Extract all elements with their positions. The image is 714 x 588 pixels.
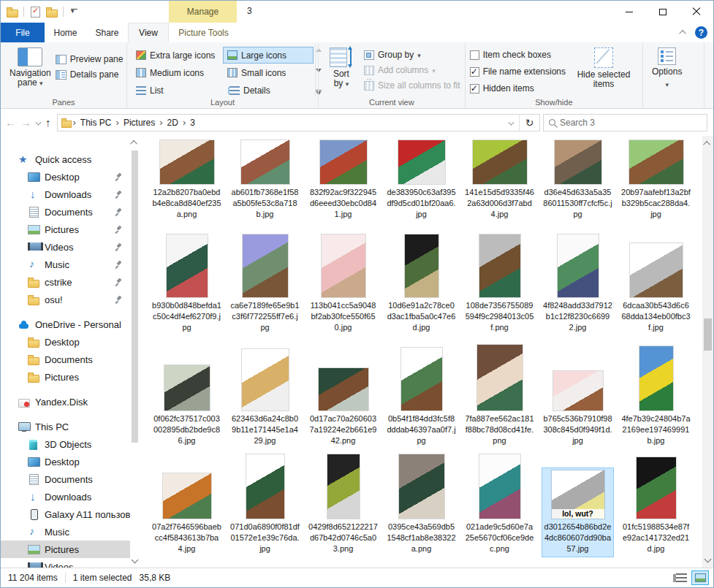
sidebar-item-pictures[interactable]: Pictures	[1, 368, 130, 386]
sidebar-item-documents[interactable]: Documents	[1, 470, 130, 488]
unchecked-checkbox-icon[interactable]	[470, 50, 479, 60]
help-button[interactable]: ?	[695, 26, 707, 39]
folder-icon[interactable]	[46, 6, 58, 18]
sidebar-item-downloads[interactable]: Downloads	[1, 488, 130, 505]
sidebar-item-documents[interactable]: Documents	[1, 203, 130, 221]
layout-option-details[interactable]: Details	[223, 82, 314, 99]
folder-icon[interactable]	[7, 6, 18, 18]
sidebar-item-desktop[interactable]: Desktop	[1, 168, 130, 186]
tab-view[interactable]: View	[128, 23, 169, 42]
sidebar-item-videos[interactable]: Videos	[1, 238, 130, 256]
sidebar-item-3d-objects[interactable]: 3D Objects	[1, 435, 130, 453]
recent-locations-icon[interactable]	[36, 120, 42, 126]
sidebar-item-onedrive-personal[interactable]: OneDrive - Personal	[1, 316, 130, 333]
scroll-down-icon[interactable]	[705, 554, 710, 564]
forward-button[interactable]: →	[20, 117, 31, 128]
file-item[interactable]: 4fe7b39c24804b7a2169ee197469991b.jpg	[620, 344, 691, 448]
sidebar-item-documents[interactable]: Documents	[1, 351, 130, 368]
properties-icon[interactable]	[29, 6, 41, 18]
refresh-button[interactable]: ↻	[519, 115, 539, 131]
contextual-tab-header[interactable]: Manage	[169, 1, 237, 23]
sidebar-scrollbar-thumb[interactable]	[132, 150, 138, 443]
layout-option-medium-icons[interactable]: Medium icons	[132, 64, 222, 81]
file-item[interactable]: 12a2b8207ba0ebdb4e8ca8d840ef235a.png	[151, 138, 222, 222]
breadcrumb-item-this-pc[interactable]: This PC	[76, 115, 116, 131]
back-button[interactable]: ←	[5, 117, 16, 128]
file-item[interactable]: 0d17ac70a2606037a19224e2b661e942.png	[308, 366, 379, 448]
file-item[interactable]: 10d6e91a2c78ce0d3ac1fba5a0c47e6d.jpg	[386, 232, 457, 335]
close-button[interactable]	[680, 1, 713, 23]
file-item[interactable]: 113b041cc5a9048bf2ab30fce550f650.jpg	[308, 232, 379, 335]
sidebar-scrollbar[interactable]	[130, 136, 140, 568]
file-item[interactable]: b765c536b7910f98308c845d0f949f1d.jpg	[542, 369, 613, 448]
file-item[interactable]: 0f062fc37517c003002895db2bde9c86.jpg	[151, 363, 222, 448]
sidebar-item-pictures[interactable]: Pictures	[1, 541, 130, 558]
file-item[interactable]: 01fc51988534e87fe92ac141732ed21d.jpg	[620, 455, 691, 557]
file-item[interactable]: b930b0d848befda1c50c4df4ef6270f9.jpg	[151, 232, 222, 335]
file-item[interactable]: 0395ce43a569db51548cf1ab8e38322a.png	[386, 452, 457, 557]
sidebar-item-yandex-disk[interactable]: Yandex.Disk	[1, 393, 130, 411]
file-item[interactable]: 20b97aafebf13a2bfb329b5cac288da4.jpg	[620, 138, 691, 222]
checkbox-item-check-boxes[interactable]: Item check boxes	[470, 50, 566, 60]
tab-home[interactable]: Home	[45, 23, 86, 42]
up-button[interactable]: ↑	[45, 117, 51, 128]
preview-pane-button[interactable]: Preview pane	[56, 54, 124, 64]
search-box[interactable]	[543, 114, 707, 131]
file-item[interactable]: 0429f8d652122217d67b42d0746c5a03.png	[308, 452, 379, 557]
file-item[interactable]: de383950c63af395df9d5cd01bf20aa6.jpg	[386, 138, 457, 222]
sidebar-item-quick-access[interactable]: Quick access	[1, 150, 130, 168]
checked-checkbox-icon[interactable]	[470, 84, 479, 93]
sidebar-item-videos[interactable]: Videos	[1, 558, 130, 568]
file-item[interactable]: 021ade9c5d60e7a25e5670cf06ce9dec.png	[464, 452, 535, 557]
maximize-button[interactable]	[646, 1, 680, 23]
tab-picture-tools[interactable]: Picture Tools	[169, 23, 238, 42]
layout-option-list[interactable]: List	[132, 82, 222, 99]
layout-option-small-icons[interactable]: Small icons	[223, 64, 314, 81]
sidebar-item-cstrike[interactable]: cstrike	[1, 273, 130, 291]
tab-file[interactable]: File	[1, 23, 45, 42]
sidebar-item-pictures[interactable]: Pictures	[1, 221, 130, 238]
navigation-pane-button[interactable]: Navigation pane	[5, 45, 56, 96]
file-item[interactable]: ab601fb7368e1f58a5b05fe53c8a718b.jpg	[229, 138, 300, 222]
search-input[interactable]	[560, 118, 702, 128]
sidebar-item-music[interactable]: Music	[1, 256, 130, 273]
scroll-up-icon[interactable]	[132, 137, 137, 148]
file-item[interactable]: 071d0a6890f0f81df01572e1e39c76da.jpg	[229, 452, 300, 557]
breadcrumb-item-2d[interactable]: 2D	[163, 115, 183, 131]
breadcrumb-bar[interactable]: ›This PC›Pictures›2D›3 ↻	[57, 114, 541, 131]
details-pane-button[interactable]: Details pane	[56, 69, 124, 80]
options-button[interactable]: Options	[647, 45, 686, 96]
scroll-up-icon[interactable]	[705, 138, 710, 148]
collapse-ribbon-icon[interactable]	[679, 30, 686, 37]
tab-share[interactable]: Share	[86, 23, 128, 42]
group-by-button[interactable]: Group by	[364, 50, 460, 60]
qat-dropdown-icon[interactable]	[69, 6, 80, 18]
file-item[interactable]: 4f8248add33d7912b1c12f8230c66992.jpg	[542, 232, 613, 335]
file-item[interactable]: 07a2f7646596baebcc4f5843613b7ba4.jpg	[151, 471, 222, 557]
breadcrumb-item-3[interactable]: 3	[186, 115, 200, 131]
address-dropdown-button[interactable]	[503, 120, 519, 125]
file-item[interactable]: 832f92ac9f322945d6eeed30ebc0d841.jpg	[308, 138, 379, 222]
file-item[interactable]: lol, wut?d3012654b86bd2e4dc860607dd90ba5…	[542, 468, 613, 557]
minimize-button[interactable]	[612, 1, 646, 23]
layout-option-large-icons[interactable]: Large icons	[223, 47, 314, 64]
file-item[interactable]: 6dcaa30b543d6c668dda134eb00fbc3f.jpg	[620, 241, 691, 335]
file-item[interactable]: 141e15d5d9335f462a63d006d3f7abd4.jpg	[464, 138, 535, 222]
details-view-button[interactable]	[676, 573, 687, 583]
file-item[interactable]: 0b54f1f84dd3fc5f8dddab46397aa0f7.jpg	[386, 345, 457, 448]
sidebar-item-desktop[interactable]: Desktop	[1, 333, 130, 351]
content-scrollbar-thumb[interactable]	[704, 318, 712, 351]
checkbox-file-name-extensions[interactable]: File name extensions	[470, 66, 566, 77]
file-item[interactable]: 108de7356755089594f9c2984013c05f.png	[464, 232, 535, 335]
checked-checkbox-icon[interactable]	[470, 67, 479, 77]
hide-selected-items-button[interactable]: Hide selected items	[570, 45, 637, 96]
file-item[interactable]: ca6e7189fe65e9b1c3f6f772255ff7e6.jpg	[229, 232, 300, 335]
sort-by-button[interactable]: Sort by	[323, 45, 360, 96]
file-item[interactable]: d36e45d633a5a3586011530ff7cfcf5c.jpg	[542, 138, 613, 222]
thumbnails-view-button[interactable]	[691, 570, 709, 585]
scroll-down-icon[interactable]	[132, 554, 137, 565]
file-item[interactable]: 623463d6a24c8b09b11e171445e1a429.jpg	[229, 347, 300, 448]
sidebar-item-music[interactable]: Music	[1, 523, 130, 541]
breadcrumb-item-pictures[interactable]: Pictures	[119, 115, 159, 131]
file-item[interactable]: 7fa887ee562ac181f88bc78d08cd41fe.png	[464, 343, 535, 448]
